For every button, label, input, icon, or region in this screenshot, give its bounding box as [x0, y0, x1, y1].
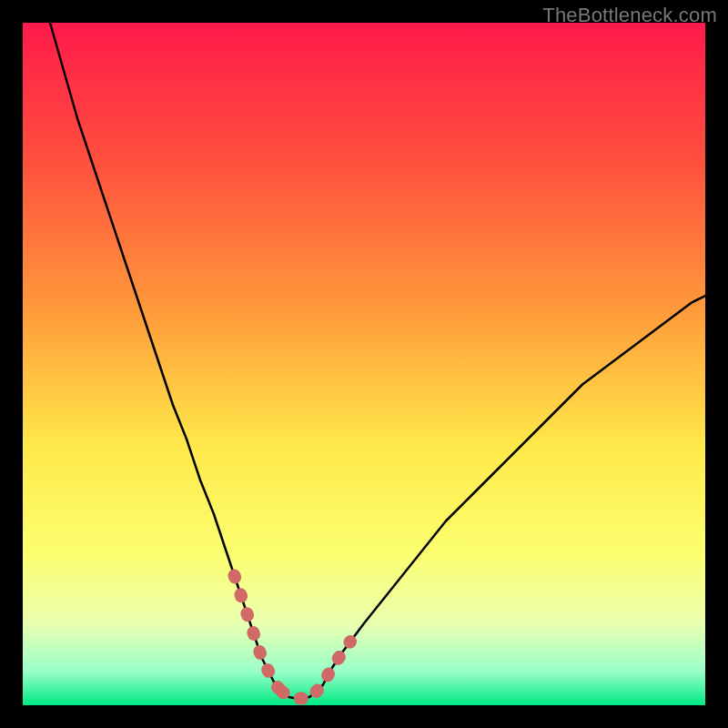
chart-background-gradient	[23, 23, 705, 705]
chart-frame	[23, 23, 705, 705]
bottleneck-chart	[23, 23, 705, 705]
watermark-text: TheBottleneck.com	[542, 4, 717, 27]
